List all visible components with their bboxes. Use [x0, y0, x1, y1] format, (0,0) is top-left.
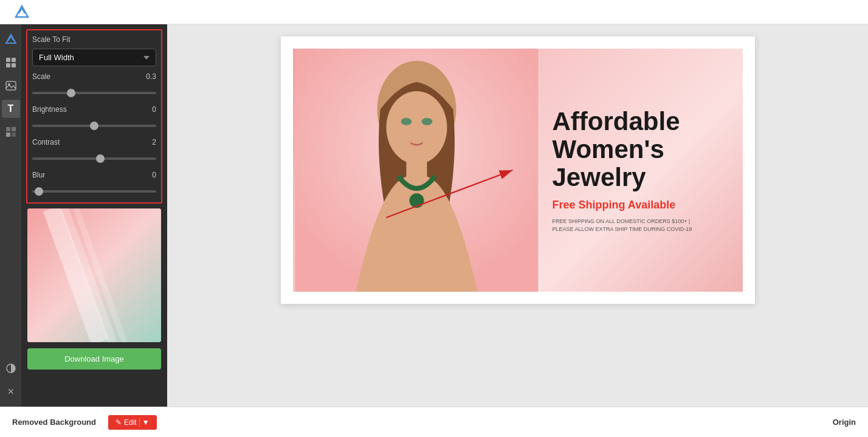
- contrast-range-wrap: [32, 149, 156, 165]
- scale-label: Scale: [32, 72, 50, 81]
- blur-range-wrap: [32, 182, 156, 198]
- svg-rect-4: [6, 81, 16, 90]
- scale-value: 0.3: [146, 72, 156, 81]
- origin-label: Origin: [833, 418, 856, 427]
- sidebar-contrast[interactable]: [2, 359, 20, 377]
- removed-background-label: Removed Background: [12, 418, 96, 427]
- edit-button[interactable]: ✎ Edit ▼: [108, 415, 157, 430]
- main-image-container: Affordable Women's Jewelry Free Shipping…: [281, 36, 755, 304]
- svg-point-18: [409, 193, 424, 208]
- banner-text-area: Affordable Women's Jewelry Free Shipping…: [540, 49, 743, 292]
- woman-portrait-area: [293, 49, 540, 292]
- sidebar-layers[interactable]: [2, 53, 20, 72]
- sidebar-logo[interactable]: [2, 30, 20, 49]
- sidebar-text[interactable]: T: [2, 100, 20, 118]
- main-area: T ✕ Scale To Fit Full Width: [0, 24, 868, 407]
- banner-title: Affordable Women's Jewelry: [553, 108, 731, 192]
- preview-thumbnail: [27, 208, 161, 342]
- download-button[interactable]: Download Image: [27, 348, 161, 370]
- svg-rect-6: [6, 127, 10, 131]
- contrast-slider-row: Contrast 2: [32, 138, 156, 165]
- svg-point-14: [386, 91, 447, 164]
- brightness-range-wrap: [32, 116, 156, 132]
- preview-section: [27, 208, 161, 342]
- dropdown-icon: ▼: [139, 418, 150, 427]
- svg-rect-3: [12, 63, 16, 67]
- icon-sidebar: T ✕: [0, 24, 21, 407]
- bottom-bar: Removed Background ✎ Edit ▼ Origin: [0, 407, 868, 437]
- svg-point-16: [401, 118, 412, 125]
- sidebar-pattern[interactable]: [2, 123, 20, 141]
- sidebar-close[interactable]: ✕: [2, 382, 20, 401]
- brightness-value: 0: [152, 105, 156, 114]
- banner-fine-print: FREE SHIPPING ON ALL DOMESTIC ORDERS $10…: [553, 218, 731, 233]
- controls-panel: Scale To Fit Full Width Fit Height Fit W…: [21, 24, 167, 407]
- top-bar: [0, 0, 868, 24]
- edit-button-label: Edit: [124, 418, 137, 427]
- brightness-slider[interactable]: [32, 125, 156, 127]
- contrast-label: Contrast: [32, 138, 60, 146]
- blur-slider-header: Blur 0: [32, 171, 156, 179]
- jewelry-banner: Affordable Women's Jewelry Free Shipping…: [293, 49, 743, 292]
- download-section: Download Image: [27, 348, 161, 370]
- scale-to-fit-dropdown[interactable]: Full Width Fit Height Fit Width Custom: [32, 49, 156, 66]
- sidebar-image[interactable]: [2, 77, 20, 95]
- sidebar-bottom: ✕: [2, 359, 20, 407]
- scale-slider[interactable]: [32, 92, 156, 94]
- svg-rect-8: [6, 132, 10, 137]
- blur-slider-row: Blur 0: [32, 171, 156, 198]
- scale-slider-header: Scale 0.3: [32, 72, 156, 81]
- banner-subtitle: Free Shipping Available: [553, 199, 731, 212]
- scale-range-wrap: [32, 83, 156, 99]
- scale-to-fit-label: Scale To Fit: [32, 35, 156, 44]
- scale-slider-row: Scale 0.3: [32, 72, 156, 99]
- contrast-slider[interactable]: [32, 157, 156, 160]
- blur-slider[interactable]: [32, 190, 156, 193]
- svg-rect-9: [12, 132, 16, 137]
- contrast-slider-header: Contrast 2: [32, 138, 156, 146]
- svg-rect-2: [6, 63, 10, 67]
- blur-label: Blur: [32, 171, 45, 179]
- svg-rect-0: [6, 58, 10, 62]
- svg-rect-1: [12, 58, 16, 62]
- main-preview-wrapper: Affordable Women's Jewelry Free Shipping…: [281, 36, 755, 304]
- canvas-area: Affordable Women's Jewelry Free Shipping…: [167, 24, 868, 407]
- blur-value: 0: [152, 171, 156, 179]
- brightness-label: Brightness: [32, 105, 67, 114]
- svg-point-17: [421, 118, 432, 125]
- logo: [12, 2, 32, 22]
- svg-rect-7: [12, 127, 16, 131]
- contrast-value: 2: [152, 138, 156, 146]
- edit-icon: ✎: [115, 418, 122, 427]
- brightness-slider-header: Brightness 0: [32, 105, 156, 114]
- scale-controls-section: Scale To Fit Full Width Fit Height Fit W…: [26, 29, 162, 204]
- brightness-slider-row: Brightness 0: [32, 105, 156, 132]
